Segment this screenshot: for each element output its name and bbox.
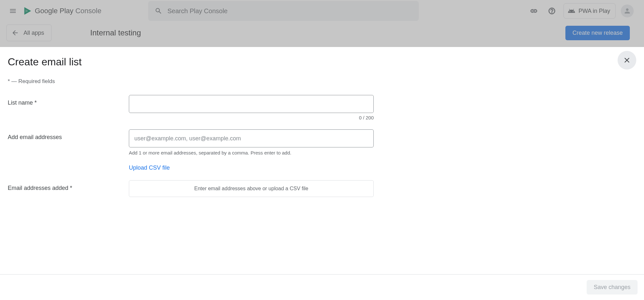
modal-title: Create email list [8,56,82,68]
emails-added-label: Email addresses added * [8,180,129,192]
hamburger-icon [9,7,17,15]
list-name-input[interactable] [129,95,374,113]
upload-csv-button[interactable]: Upload CSV file [129,164,170,171]
arrow-back-icon [11,29,19,37]
create-email-list-modal: Create email list * — Required fields Li… [0,47,644,300]
close-button[interactable] [618,51,636,70]
create-release-button[interactable]: Create new release [565,26,630,40]
search-icon [155,7,162,15]
help-icon [548,7,556,15]
add-emails-input[interactable] [129,129,374,147]
play-console-logo: Google Play Console [23,6,101,15]
save-changes-button[interactable]: Save changes [587,280,638,295]
all-apps-label: All apps [24,30,44,36]
android-icon [568,7,575,15]
link-icon [530,7,538,15]
person-icon [623,7,631,15]
app-selector[interactable]: PWA in Play [563,3,616,19]
help-button[interactable] [545,5,558,17]
app-selector-label: PWA in Play [579,8,610,14]
menu-button[interactable] [5,3,21,19]
search-box[interactable]: Search Play Console [148,1,419,21]
list-name-char-counter: 0 / 200 [129,115,374,120]
background-header: Google Play Console Search Play Console … [0,0,644,47]
list-name-label: List name * [8,95,129,106]
emails-added-empty-state: Enter email addresses above or upload a … [129,180,374,197]
search-placeholder: Search Play Console [168,7,228,15]
link-button[interactable] [527,5,540,17]
close-icon [623,56,631,64]
all-apps-button[interactable]: All apps [6,24,52,41]
add-emails-label: Add email addresses [8,129,129,141]
page-title: Internal testing [90,28,141,37]
avatar[interactable] [621,5,634,17]
play-logo-icon [23,6,32,15]
add-emails-helper: Add 1 or more email addresses, separated… [129,150,374,155]
logo-text: Google Play Console [35,7,101,15]
required-fields-hint: * — Required fields [8,78,636,85]
